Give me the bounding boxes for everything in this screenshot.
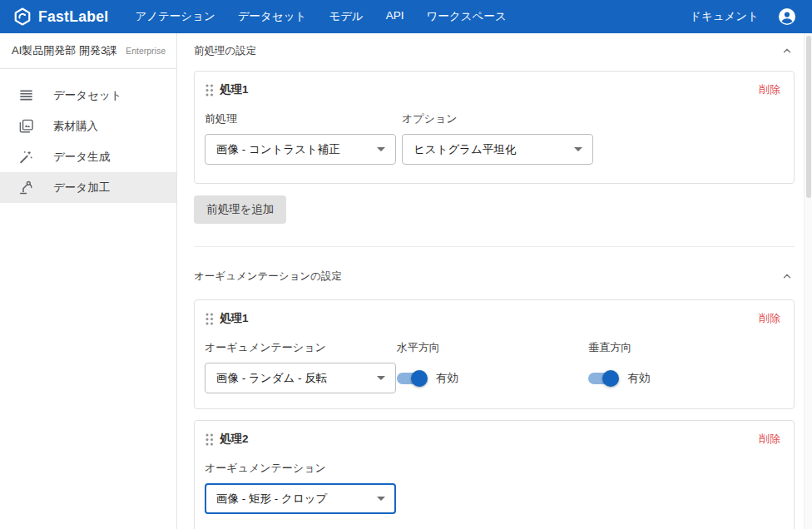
- dropdown-arrow-icon: [574, 147, 582, 151]
- toggle-thumb: [602, 370, 619, 387]
- augmentation-section-header: オーギュメンテーションの設定: [194, 269, 795, 284]
- sidebar-item-label: データ加工: [53, 180, 110, 195]
- preprocess-card-1: 処理1 削除 前処理 画像 - コントラスト補正 オプション ヒス: [194, 71, 795, 184]
- brand-name: FastLabel: [38, 8, 108, 26]
- section-divider: [194, 246, 795, 247]
- fastlabel-logo[interactable]: FastLabel: [13, 7, 108, 26]
- augmentation-section-title: オーギュメンテーションの設定: [194, 269, 342, 284]
- navbar-right: ドキュメント: [690, 7, 797, 27]
- account-circle-icon[interactable]: [777, 7, 797, 27]
- augmentation-select-value: 画像 - ランダム - 反転: [216, 371, 377, 386]
- top-navbar: FastLabel アノテーション データセット モデル API ワークスペース…: [0, 0, 812, 33]
- augmentation-select-value: 画像 - 矩形 - クロップ: [216, 492, 377, 507]
- docs-link[interactable]: ドキュメント: [690, 9, 759, 24]
- preprocess-field-label: 前処理: [205, 111, 402, 126]
- nav-item-workspace[interactable]: ワークスペース: [427, 9, 507, 24]
- augmentation-field-label: オーギュメンテーション: [205, 461, 402, 476]
- sidebar: AI製品開発部 開発3課 Enterprise データセット: [0, 33, 177, 529]
- sidebar-nav: データセット 素材購入: [0, 69, 176, 203]
- navbar-menu: アノテーション データセット モデル API ワークスペース: [135, 9, 506, 24]
- delete-button[interactable]: 削除: [759, 311, 780, 326]
- augmentation-card-2: 処理2 削除 オーギュメンテーション 画像 - 矩形 - クロップ: [194, 420, 795, 529]
- nav-item-model[interactable]: モデル: [329, 9, 363, 24]
- preprocess-section-title: 前処理の設定: [194, 44, 256, 58]
- process-title: 処理1: [220, 82, 249, 97]
- nav-item-annotation[interactable]: アノテーション: [135, 9, 215, 24]
- preprocess-select[interactable]: 画像 - コントラスト補正: [205, 134, 396, 165]
- sidebar-item-dataset[interactable]: データセット: [0, 80, 176, 111]
- toggle-thumb: [411, 370, 428, 387]
- delete-button[interactable]: 削除: [759, 82, 780, 97]
- list-icon: [17, 87, 34, 104]
- main-content: 前処理の設定 処理1 削除: [177, 33, 812, 529]
- nav-item-api[interactable]: API: [386, 9, 404, 24]
- workspace-header[interactable]: AI製品開発部 開発3課 Enterprise: [0, 33, 176, 69]
- process-title: 処理1: [220, 311, 249, 326]
- process-title: 処理2: [220, 432, 249, 447]
- workspace-name: AI製品開発部 開発3課: [12, 43, 117, 58]
- horizontal-toggle-switch[interactable]: [397, 373, 425, 384]
- photo-library-icon: [17, 118, 34, 135]
- add-preprocess-button[interactable]: 前処理を追加: [194, 195, 286, 224]
- horizontal-toggle-label: 水平方向: [397, 340, 589, 355]
- delete-button[interactable]: 削除: [759, 432, 780, 447]
- dropdown-arrow-icon: [377, 376, 385, 380]
- nav-item-dataset[interactable]: データセット: [238, 9, 307, 24]
- option-select[interactable]: ヒストグラム平坦化: [402, 134, 593, 165]
- vertical-toggle-label: 垂直方向: [588, 340, 780, 355]
- augmentation-select-focused[interactable]: 画像 - 矩形 - クロップ: [205, 483, 396, 514]
- drag-handle-icon[interactable]: [205, 312, 214, 326]
- option-select-value: ヒストグラム平坦化: [413, 142, 574, 157]
- preprocess-select-value: 画像 - コントラスト補正: [216, 142, 377, 157]
- chevron-up-icon[interactable]: [780, 43, 795, 58]
- scrollbar-thumb[interactable]: [806, 36, 811, 198]
- sidebar-item-label: データセット: [53, 88, 122, 103]
- preprocess-section-header: 前処理の設定: [194, 43, 795, 58]
- sidebar-item-data-generation[interactable]: データ生成: [0, 141, 176, 172]
- vertical-toggle-switch[interactable]: [588, 373, 616, 384]
- magic-wand-icon: [17, 149, 34, 166]
- dropdown-arrow-icon: [377, 497, 385, 501]
- horizontal-toggle-state: 有効: [436, 371, 458, 386]
- robot-arm-icon: [17, 180, 34, 196]
- drag-handle-icon[interactable]: [205, 83, 214, 97]
- chevron-up-icon[interactable]: [780, 269, 795, 284]
- augmentation-select[interactable]: 画像 - ランダム - 反転: [205, 363, 396, 393]
- augmentation-field-label: オーギュメンテーション: [205, 340, 397, 355]
- sidebar-item-label: データ生成: [53, 150, 110, 165]
- app-window: FastLabel アノテーション データセット モデル API ワークスペース…: [0, 0, 812, 529]
- drag-handle-icon[interactable]: [205, 433, 214, 447]
- plan-badge: Enterprise: [126, 46, 166, 56]
- fastlabel-hexagon-icon: [13, 7, 32, 26]
- option-field-label: オプション: [402, 111, 599, 126]
- sidebar-item-label: 素材購入: [53, 119, 98, 134]
- augmentation-card-1: 処理1 削除 オーギュメンテーション 画像 - ランダム - 反転 水平方向: [194, 299, 795, 409]
- sidebar-item-data-processing[interactable]: データ加工: [0, 172, 176, 203]
- vertical-toggle-state: 有効: [627, 371, 650, 386]
- vertical-scrollbar[interactable]: [804, 33, 812, 529]
- dropdown-arrow-icon: [377, 147, 385, 151]
- sidebar-item-material-purchase[interactable]: 素材購入: [0, 111, 176, 141]
